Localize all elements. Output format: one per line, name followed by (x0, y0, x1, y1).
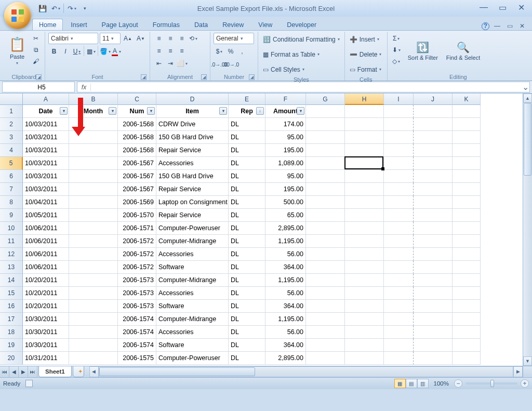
align-top-button[interactable]: ≡ (153, 33, 165, 44)
cell-J19[interactable] (414, 339, 453, 352)
row-header-1[interactable]: 1 (0, 105, 23, 118)
row-header-16[interactable]: 16 (0, 300, 23, 313)
cell-B6[interactable] (69, 170, 118, 183)
cell-J12[interactable] (414, 248, 453, 261)
cells-grid[interactable]: Date▾Month▾Num▾Item▾Rep↓Amount▾ 10/03/20… (23, 105, 523, 366)
shrink-font-button[interactable]: A▼ (135, 33, 147, 44)
cell-I16[interactable] (384, 300, 414, 313)
undo-button[interactable]: ↶ (49, 3, 62, 14)
cell-D15[interactable]: Accessories (156, 287, 229, 300)
cell-G10[interactable] (306, 222, 345, 235)
cell-D20[interactable]: Computer-Poweruser (156, 352, 229, 365)
cell-I8[interactable] (384, 196, 414, 209)
header-cell-K[interactable] (453, 105, 481, 118)
cell-H10[interactable] (345, 222, 384, 235)
cell-B18[interactable] (69, 326, 118, 339)
cell-F9[interactable]: 65.00 (265, 209, 306, 222)
page-layout-view-button[interactable]: ▤ (406, 379, 417, 388)
cell-J18[interactable] (414, 326, 453, 339)
cell-C10[interactable]: 2006-1571 (118, 222, 156, 235)
cell-C14[interactable]: 2006-1573 (118, 274, 156, 287)
cell-J7[interactable] (414, 183, 453, 196)
cell-K2[interactable] (453, 118, 481, 131)
cell-J9[interactable] (414, 209, 453, 222)
cell-styles-button[interactable]: ▭Cell Styles ▾ (261, 63, 306, 76)
cell-D5[interactable]: Accessories (156, 157, 229, 170)
cell-G7[interactable] (306, 183, 345, 196)
workbook-close[interactable]: ✕ (517, 22, 527, 30)
cell-I2[interactable] (384, 118, 414, 131)
cell-D17[interactable]: Computer-Midrange (156, 313, 229, 326)
row-header-18[interactable]: 18 (0, 326, 23, 339)
cell-A18[interactable]: 10/30/2011 (23, 326, 69, 339)
cell-E4[interactable]: DL (229, 144, 265, 157)
cell-C16[interactable]: 2006-1573 (118, 300, 156, 313)
cell-F6[interactable]: 95.00 (265, 170, 306, 183)
cell-F17[interactable]: 1,195.00 (265, 313, 306, 326)
cell-I19[interactable] (384, 339, 414, 352)
cell-B2[interactable] (69, 118, 118, 131)
qat-customize[interactable]: ▾ (78, 3, 91, 14)
row-header-13[interactable]: 13 (0, 261, 23, 274)
align-bottom-button[interactable]: ≡ (176, 33, 188, 44)
autosum-button[interactable]: Σ (391, 33, 402, 44)
workbook-restore[interactable]: ▭ (505, 22, 514, 30)
cell-H3[interactable] (345, 131, 384, 144)
clear-button[interactable]: ◇ (391, 56, 402, 67)
orientation-button[interactable]: ⟲ (188, 33, 199, 44)
row-header-3[interactable]: 3 (0, 131, 23, 144)
fill-color-button[interactable]: 🪣 (99, 46, 111, 57)
cell-F5[interactable]: 1,089.00 (265, 157, 306, 170)
cell-E18[interactable]: DL (229, 326, 265, 339)
cell-C15[interactable]: 2006-1573 (118, 287, 156, 300)
cell-C3[interactable]: 2006-1568 (118, 131, 156, 144)
cell-K9[interactable] (453, 209, 481, 222)
cell-H14[interactable] (345, 274, 384, 287)
column-header-J[interactable]: J (414, 94, 453, 105)
cell-E20[interactable]: DL (229, 352, 265, 365)
column-header-D[interactable]: D (156, 94, 229, 105)
cell-J17[interactable] (414, 313, 453, 326)
cell-I10[interactable] (384, 222, 414, 235)
cell-K7[interactable] (453, 183, 481, 196)
cell-B7[interactable] (69, 183, 118, 196)
format-painter-button[interactable]: 🖌 (30, 56, 42, 67)
tab-nav-last[interactable]: ⏭ (28, 366, 37, 377)
cell-D8[interactable]: Laptop on Consignment (156, 196, 229, 209)
font-dialog-launcher[interactable]: ◢ (141, 74, 147, 80)
cell-J16[interactable] (414, 300, 453, 313)
cell-G19[interactable] (306, 339, 345, 352)
cell-G11[interactable] (306, 235, 345, 248)
grow-font-button[interactable]: A▲ (122, 33, 134, 44)
office-button[interactable] (4, 2, 31, 29)
row-header-6[interactable]: 6 (0, 170, 23, 183)
maximize-button[interactable]: ▭ (497, 2, 508, 12)
cell-C20[interactable]: 2006-1575 (118, 352, 156, 365)
cell-G12[interactable] (306, 248, 345, 261)
redo-button[interactable]: ↷ (65, 3, 78, 14)
cell-I3[interactable] (384, 131, 414, 144)
cell-K13[interactable] (453, 261, 481, 274)
cell-E11[interactable]: DL (229, 235, 265, 248)
cell-K4[interactable] (453, 144, 481, 157)
cell-A10[interactable]: 10/06/2011 (23, 222, 69, 235)
cell-E6[interactable]: DL (229, 170, 265, 183)
align-left-button[interactable]: ≡ (153, 45, 165, 57)
font-color-button[interactable]: A (111, 46, 122, 57)
cell-C9[interactable]: 2006-1570 (118, 209, 156, 222)
cell-G4[interactable] (306, 144, 345, 157)
cell-G3[interactable] (306, 131, 345, 144)
comma-format-button[interactable]: , (236, 46, 248, 57)
cell-B11[interactable] (69, 235, 118, 248)
cell-F13[interactable]: 364.00 (265, 261, 306, 274)
filter-C[interactable]: ▾ (147, 107, 155, 115)
cell-I14[interactable] (384, 274, 414, 287)
cell-K6[interactable] (453, 170, 481, 183)
cell-E15[interactable]: DL (229, 287, 265, 300)
cell-F19[interactable]: 364.00 (265, 339, 306, 352)
cut-button[interactable]: ✂ (30, 33, 42, 44)
header-cell-E[interactable]: Rep↓ (229, 105, 265, 118)
cell-B5[interactable] (69, 157, 118, 170)
cell-E19[interactable]: DL (229, 339, 265, 352)
workbook-minimize[interactable]: — (493, 22, 502, 30)
